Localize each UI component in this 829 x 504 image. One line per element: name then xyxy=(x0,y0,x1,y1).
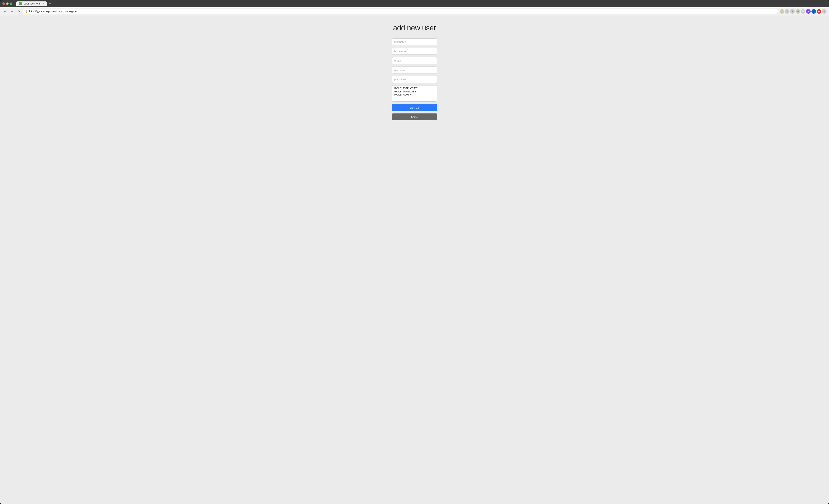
browser-icon[interactable]: ⬜ xyxy=(801,9,805,14)
back-button[interactable]: ← xyxy=(2,9,8,14)
key-icon[interactable]: 🔑 xyxy=(780,9,784,14)
traffic-lights xyxy=(2,2,12,5)
minimize-button[interactable] xyxy=(6,2,8,5)
tab-close-icon[interactable]: ✕ xyxy=(43,2,44,5)
role-option-admin[interactable]: ROLE_ADMIN xyxy=(394,93,435,96)
page-content: add new user ROLE_EMPLOYEE ROLE_MANAGER … xyxy=(0,15,829,504)
grid-icon[interactable]: ⊞ xyxy=(790,9,795,14)
star-icon[interactable]: ☆ xyxy=(785,9,789,14)
lock-icon: 🔒 xyxy=(25,10,28,13)
first-name-input[interactable] xyxy=(392,38,437,45)
role-option-employee[interactable]: ROLE_EMPLOYEE xyxy=(394,87,435,90)
home-button[interactable]: home xyxy=(392,113,437,120)
tab-bar: 🌿 registration form ✕ + xyxy=(16,1,52,6)
extensions-icon[interactable]: 🧩 xyxy=(796,9,800,14)
browser-window: 🌿 registration form ✕ + ← → ↻ 🔒 https://… xyxy=(0,0,829,504)
close-button[interactable] xyxy=(2,2,5,5)
more-menu-button[interactable]: ⋮ xyxy=(822,9,827,14)
email-input[interactable] xyxy=(392,57,437,64)
signup-button[interactable]: sign up xyxy=(392,104,437,111)
profile-icon[interactable]: P xyxy=(806,9,810,14)
maximize-button[interactable] xyxy=(10,2,12,5)
role-select[interactable]: ROLE_EMPLOYEE ROLE_MANAGER ROLE_ADMIN xyxy=(392,85,437,102)
tab-title: registration form xyxy=(23,2,41,5)
tab-favicon-icon: 🌿 xyxy=(19,2,22,5)
username-input[interactable] xyxy=(392,67,437,73)
refresh-button[interactable]: ↻ xyxy=(16,9,21,14)
last-name-input[interactable] xyxy=(392,48,437,55)
new-tab-button[interactable]: + xyxy=(48,1,52,6)
nav-actions: 🔑 ☆ ⊞ 🧩 ⬜ P G G ⋮ xyxy=(780,9,827,14)
avatar[interactable]: G xyxy=(817,9,821,14)
title-bar: 🌿 registration form ✕ + xyxy=(0,0,829,7)
active-tab[interactable]: 🌿 registration form ✕ xyxy=(16,1,47,6)
address-bar[interactable]: 🔒 https://gym-crm-app.herokuapp.com/regi… xyxy=(23,9,778,14)
role-option-manager[interactable]: ROLE_MANAGER xyxy=(394,90,435,93)
registration-form: ROLE_EMPLOYEE ROLE_MANAGER ROLE_ADMIN si… xyxy=(392,38,437,120)
user-icon[interactable]: G xyxy=(812,9,816,14)
page-title: add new user xyxy=(393,24,436,32)
password-input[interactable] xyxy=(392,76,437,83)
nav-bar: ← → ↻ 🔒 https://gym-crm-app.herokuapp.co… xyxy=(0,7,829,15)
forward-button[interactable]: → xyxy=(9,9,15,14)
url-text: https://gym-crm-app.herokuapp.com/regist… xyxy=(29,10,77,13)
